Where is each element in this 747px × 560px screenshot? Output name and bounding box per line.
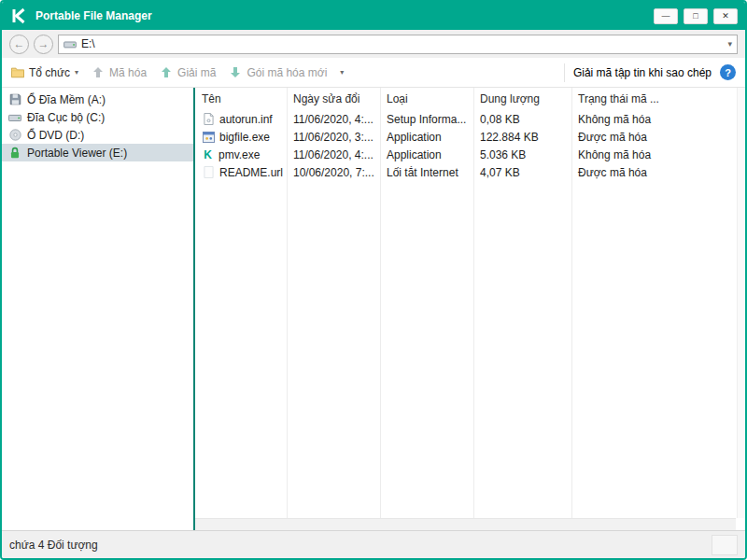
help-icon[interactable]: ? bbox=[720, 64, 736, 80]
lock-icon bbox=[8, 147, 21, 159]
content-area: Ổ Đĩa Mềm (A:) Đĩa Cục bộ (C:) bbox=[2, 88, 745, 530]
sidebar-item-floppy-a[interactable]: Ổ Đĩa Mềm (A:) bbox=[2, 91, 193, 108]
file-size: 0,08 KB bbox=[473, 113, 571, 126]
window-controls: — □ ✕ bbox=[654, 8, 738, 24]
local-disk-icon bbox=[8, 112, 21, 123]
toolbar-right-group: Giải mã tập tin khi sao chép ? bbox=[564, 58, 736, 87]
file-size: 5.036 KB bbox=[473, 148, 571, 161]
file-name: autorun.inf bbox=[219, 113, 273, 126]
maximize-button[interactable]: □ bbox=[684, 8, 708, 24]
status-bar: chứa 4 Đối tượng bbox=[2, 530, 745, 558]
table-row[interactable]: README.url 10/06/2020, 7:... Lối tắt Int… bbox=[195, 163, 745, 181]
column-separator bbox=[571, 88, 572, 518]
toolbar-separator bbox=[564, 63, 565, 82]
inf-file-icon bbox=[202, 113, 215, 125]
encrypt-label: Mã hóa bbox=[109, 66, 147, 79]
sidebar-item-local-disk-c[interactable]: Đĩa Cục bộ (C:) bbox=[2, 108, 193, 126]
application-file-icon bbox=[202, 132, 215, 143]
file-status: Được mã hóa bbox=[571, 131, 745, 144]
vertical-scrollbar[interactable] bbox=[737, 88, 745, 518]
encrypt-arrow-icon bbox=[92, 66, 105, 78]
file-list: Tên Ngày sửa đổi Loại Dung lượng Trạng t… bbox=[195, 88, 745, 530]
column-header-name[interactable]: Tên bbox=[195, 92, 287, 105]
new-package-label: Gói mã hóa mới bbox=[247, 66, 327, 79]
floppy-drive-icon bbox=[8, 93, 21, 105]
status-text: chứa 4 Đối tượng bbox=[9, 539, 98, 552]
column-separator bbox=[287, 88, 288, 518]
title-bar[interactable]: Portable File Manager — □ ✕ bbox=[2, 2, 745, 30]
column-header-size[interactable]: Dung lượng bbox=[473, 92, 571, 105]
file-modified: 11/06/2020, 4:... bbox=[287, 148, 380, 161]
new-package-arrow-icon bbox=[229, 66, 242, 78]
column-header-status[interactable]: Trạng thái mã ... bbox=[571, 92, 745, 105]
decrypt-on-copy-label: Giải mã tập tin khi sao chép bbox=[573, 66, 712, 79]
table-row[interactable]: autorun.inf 11/06/2020, 4:... Setup Info… bbox=[195, 110, 745, 128]
column-header-type[interactable]: Loại bbox=[380, 92, 473, 105]
sidebar-item-label: Ổ DVD (D:) bbox=[27, 129, 84, 142]
folder-icon bbox=[11, 66, 24, 78]
file-status: Không mã hóa bbox=[571, 148, 745, 161]
decrypt-label: Giải mã bbox=[177, 66, 216, 79]
dvd-drive-icon bbox=[8, 129, 21, 141]
sidebar-item-label: Đĩa Cục bộ (C:) bbox=[27, 111, 105, 124]
file-name: bigfile.exe bbox=[219, 131, 270, 144]
drive-icon bbox=[63, 39, 77, 49]
address-dropdown-icon[interactable]: ▾ bbox=[727, 39, 732, 49]
file-name: README.url bbox=[219, 166, 283, 179]
file-type: Lối tắt Internet bbox=[380, 166, 473, 179]
forward-button[interactable]: → bbox=[34, 35, 53, 54]
sidebar-item-portable-viewer-e[interactable]: Portable Viewer (E:) bbox=[2, 144, 193, 161]
window-title: Portable File Manager bbox=[35, 9, 152, 22]
column-separator bbox=[473, 88, 474, 518]
address-bar[interactable]: E:\ ▾ bbox=[58, 35, 738, 54]
organize-button[interactable]: Tổ chức ▾ bbox=[11, 66, 78, 79]
close-button[interactable]: ✕ bbox=[713, 8, 738, 24]
decrypt-button[interactable]: Giải mã bbox=[160, 66, 216, 79]
sidebar-item-label: Portable Viewer (E:) bbox=[27, 147, 127, 160]
file-modified: 11/06/2020, 3:... bbox=[287, 131, 380, 144]
resize-grip[interactable] bbox=[712, 535, 738, 555]
toolbar: Tổ chức ▾ Mã hóa Giải mã Gói mã hóa mới … bbox=[2, 58, 745, 88]
toolbar-more-dropdown[interactable]: ▾ bbox=[340, 68, 344, 77]
file-type: Setup Informa... bbox=[380, 113, 473, 126]
encrypt-button[interactable]: Mã hóa bbox=[92, 66, 147, 79]
sidebar-item-label: Ổ Đĩa Mềm (A:) bbox=[27, 93, 106, 106]
file-type: Application bbox=[380, 148, 473, 161]
url-file-icon bbox=[202, 166, 215, 178]
new-package-button[interactable]: Gói mã hóa mới bbox=[229, 66, 327, 79]
kaspersky-logo-icon bbox=[9, 7, 28, 25]
file-status: Không mã hóa bbox=[571, 113, 745, 126]
drive-tree: Ổ Đĩa Mềm (A:) Đĩa Cục bộ (C:) bbox=[2, 88, 193, 530]
column-header-date[interactable]: Ngày sửa đổi bbox=[287, 92, 380, 105]
portable-file-manager-window: Portable File Manager — □ ✕ ← → E:\ ▾ bbox=[0, 0, 747, 560]
file-name: pmv.exe bbox=[218, 148, 260, 161]
file-modified: 10/06/2020, 7:... bbox=[287, 166, 380, 179]
decrypt-arrow-icon bbox=[160, 66, 173, 78]
minimize-button[interactable]: — bbox=[654, 8, 678, 24]
table-row[interactable]: bigfile.exe 11/06/2020, 3:... Applicatio… bbox=[195, 128, 745, 146]
organize-label: Tổ chức bbox=[29, 66, 70, 79]
kaspersky-k-icon: K bbox=[202, 148, 214, 161]
table-row[interactable]: K pmv.exe 11/06/2020, 4:... Application … bbox=[195, 146, 745, 163]
file-status: Được mã hóa bbox=[571, 166, 745, 179]
file-size: 122.884 KB bbox=[473, 131, 571, 144]
more-dropdown-icon: ▾ bbox=[340, 68, 344, 77]
file-size: 4,07 KB bbox=[473, 166, 571, 179]
back-button[interactable]: ← bbox=[9, 35, 29, 54]
horizontal-scrollbar[interactable] bbox=[195, 518, 736, 530]
file-modified: 11/06/2020, 4:... bbox=[287, 113, 380, 126]
column-separator bbox=[380, 88, 381, 518]
sidebar-item-dvd-d[interactable]: Ổ DVD (D:) bbox=[2, 126, 193, 144]
navigation-bar: ← → E:\ ▾ bbox=[2, 30, 745, 58]
list-header: Tên Ngày sửa đổi Loại Dung lượng Trạng t… bbox=[195, 88, 745, 110]
organize-dropdown-icon: ▾ bbox=[75, 68, 78, 77]
address-path: E:\ bbox=[81, 37, 95, 50]
file-type: Application bbox=[380, 131, 473, 144]
